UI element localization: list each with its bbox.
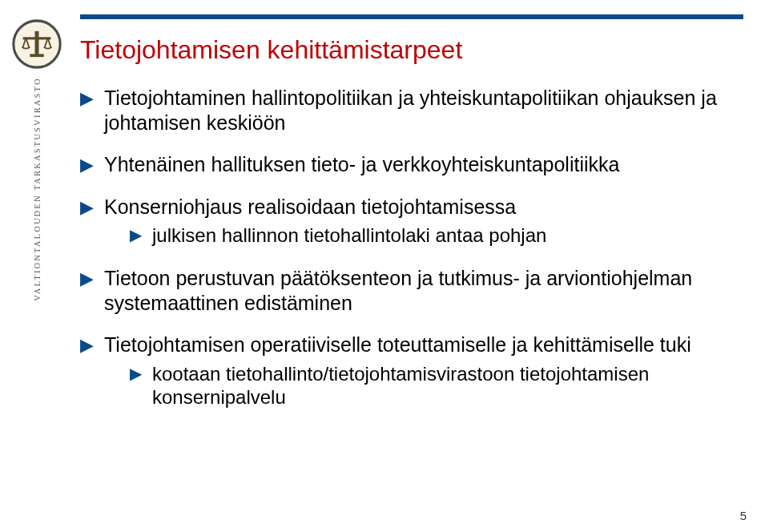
sidebar: VALTIONTALOUDEN TARKASTUSVIRASTO bbox=[0, 0, 74, 532]
main-area: Tietojohtamisen kehittämistarpeet ▶ Tiet… bbox=[74, 0, 769, 532]
list-item-text: Tietojohtamisen operatiiviselle toteutta… bbox=[104, 332, 743, 357]
list-item-block: Konserniohjaus realisoidaan tietojohtami… bbox=[104, 195, 743, 249]
list-item: ▶ Tietoon perustuvan päätöksenteon ja tu… bbox=[80, 266, 743, 315]
top-accent-bar bbox=[80, 14, 743, 19]
page-number: 5 bbox=[740, 509, 747, 522]
list-item-text: Tietojohtaminen hallintopolitiikan ja yh… bbox=[104, 86, 743, 135]
svg-rect-2 bbox=[23, 37, 51, 39]
bullet-marker-icon: ▶ bbox=[80, 152, 104, 176]
list-item-block: Tietojohtamisen operatiiviselle toteutta… bbox=[104, 332, 743, 410]
bullet-marker-icon: ▶ bbox=[130, 224, 152, 245]
bullet-marker-icon: ▶ bbox=[80, 195, 104, 219]
slide: VALTIONTALOUDEN TARKASTUSVIRASTO Tietojo… bbox=[0, 0, 769, 532]
bullet-marker-icon: ▶ bbox=[80, 86, 104, 110]
svg-rect-1 bbox=[35, 31, 39, 55]
list-subitem-text: julkisen hallinnon tietohallintolaki ant… bbox=[152, 224, 743, 247]
list-subitem: ▶ julkisen hallinnon tietohallintolaki a… bbox=[104, 224, 743, 247]
list-item: ▶ Konserniohjaus realisoidaan tietojohta… bbox=[80, 195, 743, 249]
list-item: ▶ Tietojohtamisen operatiiviselle toteut… bbox=[80, 332, 743, 410]
org-name-label: VALTIONTALOUDEN TARKASTUSVIRASTO bbox=[33, 77, 42, 300]
list-item-text: Yhtenäinen hallituksen tieto- ja verkkoy… bbox=[104, 152, 743, 177]
bullet-marker-icon: ▶ bbox=[80, 266, 104, 290]
bullet-marker-icon: ▶ bbox=[80, 332, 104, 357]
list-item-text: Konserniohjaus realisoidaan tietojohtami… bbox=[104, 195, 743, 220]
page-title: Tietojohtamisen kehittämistarpeet bbox=[80, 35, 743, 65]
list-subitem: ▶ kootaan tietohallinto/tietojohtamisvir… bbox=[104, 362, 743, 409]
list-subitem-text: kootaan tietohallinto/tietojohtamisviras… bbox=[152, 362, 743, 409]
list-item-text: Tietoon perustuvan päätöksenteon ja tutk… bbox=[104, 266, 743, 315]
bullet-marker-icon: ▶ bbox=[130, 362, 152, 384]
list-item: ▶ Tietojohtaminen hallintopolitiikan ja … bbox=[80, 86, 743, 135]
org-emblem-icon bbox=[12, 19, 62, 69]
list-item: ▶ Yhtenäinen hallituksen tieto- ja verkk… bbox=[80, 152, 743, 177]
svg-rect-7 bbox=[30, 54, 43, 57]
bullet-list: ▶ Tietojohtaminen hallintopolitiikan ja … bbox=[80, 86, 743, 410]
